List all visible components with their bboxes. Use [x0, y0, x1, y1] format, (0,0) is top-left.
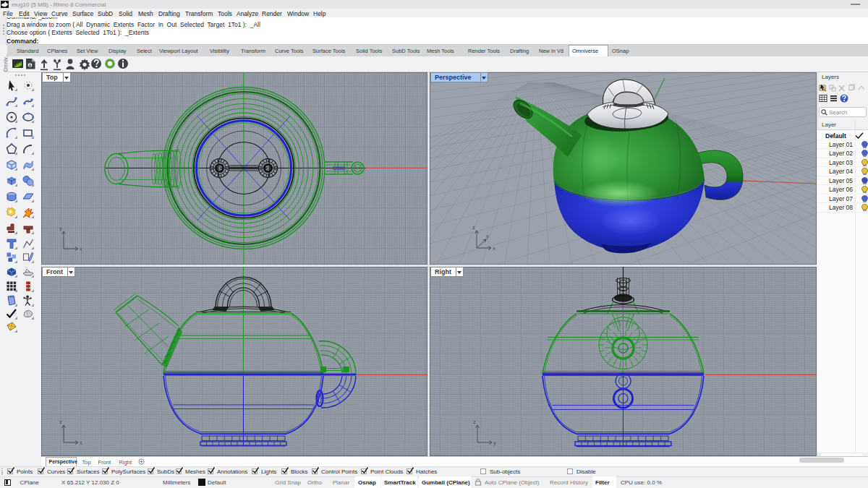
svg-text:z: z — [472, 224, 475, 231]
svg-text:y: y — [59, 225, 62, 231]
svg-text:y: y — [486, 233, 489, 239]
svg-text:x: x — [80, 440, 82, 446]
svg-text:z: z — [473, 419, 476, 425]
svg-text:y: y — [493, 440, 496, 446]
svg-text:z: z — [59, 419, 62, 425]
svg-text:x: x — [80, 246, 82, 252]
svg-text:x: x — [493, 245, 495, 252]
